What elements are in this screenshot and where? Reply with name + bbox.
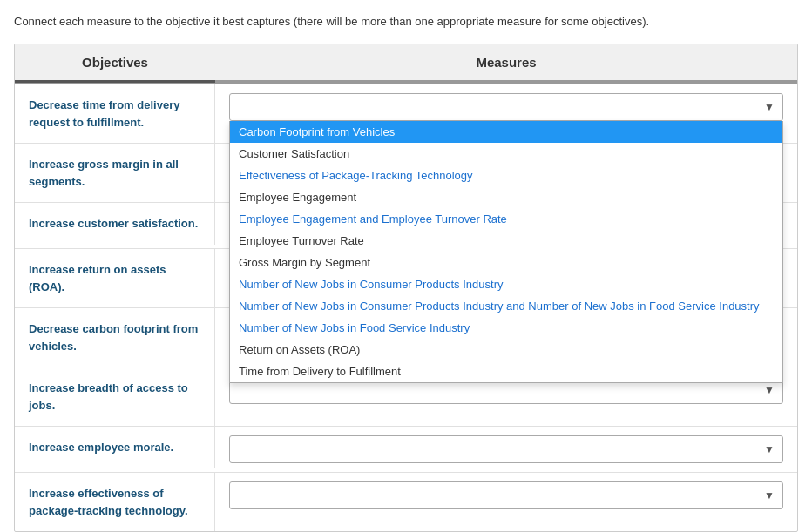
table-header: Objectives Measures bbox=[15, 44, 797, 84]
table-body: Decrease time from delivery request to f… bbox=[15, 84, 797, 531]
select-wrapper: ▼ bbox=[229, 435, 783, 463]
measure-select-1[interactable] bbox=[229, 93, 783, 121]
dropdown-item[interactable]: Return on Assets (ROA) bbox=[230, 339, 782, 360]
dropdown-item[interactable]: Customer Satisfaction bbox=[230, 143, 782, 165]
dropdown-menu: Carbon Footprint from VehiclesCustomer S… bbox=[229, 121, 783, 383]
objectives-measures-table: Objectives Measures Decrease time from d… bbox=[14, 44, 798, 532]
dropdown-item[interactable]: Number of New Jobs in Food Service Indus… bbox=[230, 317, 782, 339]
objective-cell: Increase customer satisfaction. bbox=[15, 203, 215, 245]
dropdown-item[interactable]: Employee Engagement and Employee Turnove… bbox=[230, 208, 782, 230]
dropdown-item[interactable]: Effectiveness of Package-Tracking Techno… bbox=[230, 165, 782, 186]
objective-cell: Increase return on assets (ROA). bbox=[15, 249, 215, 307]
select-wrapper: ▼ bbox=[229, 481, 783, 509]
objective-cell: Increase employee morale. bbox=[15, 427, 215, 468]
dropdown-item[interactable]: Employee Engagement bbox=[230, 186, 782, 208]
instruction-text: Connect each measure to the objective it… bbox=[14, 14, 798, 30]
objectives-header: Objectives bbox=[15, 44, 215, 83]
table-row: Increase effectiveness of package-tracki… bbox=[15, 473, 797, 531]
objective-cell: Increase effectiveness of package-tracki… bbox=[15, 473, 215, 531]
dropdown-item[interactable]: Number of New Jobs in Consumer Products … bbox=[230, 295, 782, 317]
objective-cell: Increase breadth of access to jobs. bbox=[15, 367, 215, 426]
dropdown-item[interactable]: Employee Turnover Rate bbox=[230, 230, 782, 252]
dropdown-item[interactable]: Carbon Footprint from Vehicles bbox=[230, 121, 782, 143]
measure-select-7[interactable] bbox=[229, 435, 783, 463]
measures-header: Measures bbox=[215, 44, 797, 83]
dropdown-item[interactable]: Number of New Jobs in Consumer Products … bbox=[230, 273, 782, 295]
measures-cell: ▼ bbox=[215, 427, 797, 472]
measures-cell: ▼ Carbon Footprint from VehiclesCustomer… bbox=[215, 84, 797, 130]
table-row: Decrease time from delivery request to f… bbox=[15, 84, 797, 144]
select-wrapper: ▼ bbox=[229, 93, 783, 121]
measure-select-8[interactable] bbox=[229, 481, 783, 509]
table-row: Increase employee morale. ▼ bbox=[15, 427, 797, 473]
objective-cell: Decrease time from delivery request to f… bbox=[15, 84, 215, 143]
dropdown-item[interactable]: Time from Delivery to Fulfillment bbox=[230, 360, 782, 382]
measures-cell: ▼ bbox=[215, 473, 797, 518]
objective-cell: Decrease carbon footprint from vehicles. bbox=[15, 308, 215, 367]
objective-cell: Increase gross margin in all segments. bbox=[15, 144, 215, 202]
main-container: Connect each measure to the objective it… bbox=[0, 0, 812, 532]
dropdown-item[interactable]: Gross Margin by Segment bbox=[230, 252, 782, 273]
